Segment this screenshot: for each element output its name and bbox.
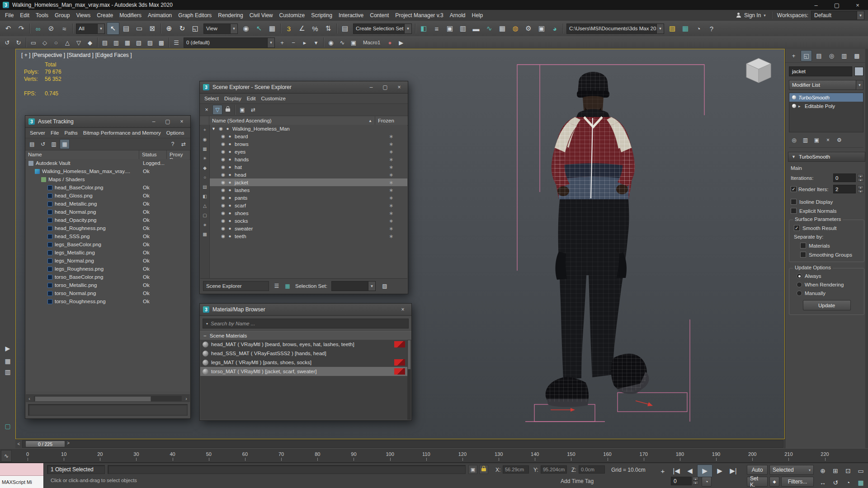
- menu-item-create[interactable]: Create: [94, 10, 116, 21]
- menu-item-graph-editors[interactable]: Graph Editors: [175, 10, 215, 21]
- modify-tab-icon[interactable]: ◱: [801, 50, 812, 61]
- pin-stack-icon[interactable]: ◎: [789, 135, 799, 145]
- render-iters-spinner[interactable]: ▴▾: [858, 185, 863, 193]
- explorer-name-field[interactable]: Scene Explorer: [203, 281, 269, 291]
- prev-frame-button[interactable]: ◀: [684, 465, 696, 477]
- window-crossing-icon[interactable]: ⊠: [146, 22, 159, 35]
- time-configuration-icon[interactable]: ◔: [702, 477, 712, 487]
- filter-groups-icon[interactable]: ◧: [201, 192, 209, 200]
- spacing-icon[interactable]: ▦: [122, 37, 133, 48]
- visibility-eye-icon[interactable]: ◉: [220, 172, 226, 177]
- column-proxy[interactable]: Proxy R: [167, 150, 190, 160]
- chevron-down-icon[interactable]: ▾: [764, 13, 766, 18]
- auto-key-button[interactable]: Auto: [747, 465, 768, 475]
- angle-snap-icon[interactable]: ∠: [296, 22, 308, 35]
- filter-helpers-icon[interactable]: ○: [201, 174, 209, 181]
- create-tab-icon[interactable]: +: [788, 50, 799, 61]
- asset-row[interactable]: Walking_Homeless_Man_max_vray....Ok: [26, 167, 190, 175]
- material-browser-titlebar[interactable]: 3 Material/Map Browser ×: [200, 304, 411, 316]
- remove-layer-icon[interactable]: −: [288, 37, 299, 48]
- create-layer-icon[interactable]: +: [277, 37, 288, 48]
- material-row[interactable]: head_MAT ( VRayMtl ) [beard, brows, eyes…: [200, 340, 407, 349]
- close-button[interactable]: ×: [394, 83, 405, 92]
- visibility-eye-icon[interactable]: ◉: [220, 141, 226, 146]
- minimize-button[interactable]: –: [366, 83, 377, 92]
- object-name-field[interactable]: jacket: [789, 66, 852, 76]
- expander-icon[interactable]: ▼: [212, 127, 217, 131]
- material-scrollbar[interactable]: [407, 340, 411, 420]
- at-refresh-icon[interactable]: ↺: [38, 139, 48, 149]
- explicit-normals-checkbox[interactable]: [791, 208, 797, 214]
- filter-geometry-icon[interactable]: ◉: [201, 136, 209, 143]
- minimize-button[interactable]: –: [148, 117, 159, 126]
- workspaces-dropdown[interactable]: Default ▾: [811, 11, 864, 20]
- previous-frame-arrow[interactable]: <: [15, 441, 22, 446]
- asset-row[interactable]: torso_Metallic.pngOk: [26, 281, 190, 289]
- select-manipulate-icon[interactable]: ↖: [253, 22, 265, 35]
- keyboard-override-icon[interactable]: ▦: [266, 22, 278, 35]
- select-children-icon[interactable]: ▣: [237, 105, 247, 115]
- curve-tool-icon[interactable]: ∿: [337, 37, 348, 48]
- frozen-snowflake-icon[interactable]: ∗: [375, 225, 407, 232]
- pan-icon[interactable]: ↔: [816, 477, 829, 488]
- name-column-header[interactable]: Name (Sorted Ascending) ▲: [209, 116, 375, 125]
- vertex-mode-icon[interactable]: △: [62, 37, 73, 48]
- toggle-layer-explorer-icon[interactable]: ▥: [457, 22, 469, 35]
- asset-row[interactable]: head_Metallic.pngOk: [26, 200, 190, 208]
- modifier-stack-item-editable-poly[interactable]: ▸Editable Poly: [789, 102, 863, 110]
- clear-filter-icon[interactable]: ×: [202, 105, 212, 115]
- visibility-eye-icon[interactable]: ◉: [220, 164, 226, 169]
- scene-object-row-teeth[interactable]: ◉●teeth∗: [210, 232, 407, 240]
- modifier-stack-item-turbosmooth[interactable]: TurboSmooth: [789, 93, 863, 102]
- column-status[interactable]: Status: [139, 150, 167, 160]
- render-iters-checkbox[interactable]: ✓: [791, 186, 797, 192]
- close-button[interactable]: ×: [176, 117, 187, 126]
- visibility-eye-icon[interactable]: ◉: [220, 234, 226, 239]
- visibility-eye-icon[interactable]: ◉: [220, 195, 226, 200]
- selection-region-icon[interactable]: ▭: [28, 37, 39, 48]
- menu-item-civil-view[interactable]: Civil View: [246, 10, 276, 21]
- frozen-snowflake-icon[interactable]: ∗: [375, 141, 407, 147]
- menu-item-scripting[interactable]: Scripting: [308, 10, 335, 21]
- edge-mode-icon[interactable]: ▽: [73, 37, 84, 48]
- key-filters-icon[interactable]: ◆: [769, 477, 779, 487]
- frame-spinner[interactable]: ▴▾: [693, 477, 698, 484]
- clone-align-icon[interactable]: ▧: [133, 37, 144, 48]
- key-filters-button[interactable]: Filters...: [781, 477, 814, 487]
- asset-tracking-titlebar[interactable]: 3 Asset Tracking – ▢ ×: [25, 116, 190, 128]
- maximize-button[interactable]: ▢: [162, 117, 173, 126]
- scroll-right-icon[interactable]: ›: [183, 396, 190, 401]
- asset-row[interactable]: torso_BaseColor.pngOk: [26, 273, 190, 281]
- scene-object-row-pants[interactable]: ◉●pants∗: [210, 194, 407, 202]
- filter-shapes-icon[interactable]: ▦: [201, 145, 209, 153]
- asset-row[interactable]: Autodesk VaultLogged...: [26, 159, 190, 167]
- scene-object-row-sweater[interactable]: ◉●sweater∗: [210, 225, 407, 232]
- character-model[interactable]: [500, 58, 712, 442]
- materials-checkbox[interactable]: [800, 243, 806, 249]
- x-coordinate-field[interactable]: 56.29cm: [503, 465, 529, 474]
- percent-snap-icon[interactable]: %: [309, 22, 321, 35]
- maxscript-mini-listener[interactable]: MAXScript Mi: [0, 463, 44, 488]
- expander-icon[interactable]: ▸: [798, 104, 802, 108]
- menu-item-views[interactable]: Views: [73, 10, 94, 21]
- frozen-snowflake-icon[interactable]: ∗: [375, 179, 407, 186]
- reference-coordinate-dropdown[interactable]: View▾: [203, 23, 238, 34]
- sign-in-button[interactable]: Sign In: [744, 12, 761, 19]
- mirror-icon[interactable]: ◧: [417, 22, 430, 35]
- scene-object-row-hands[interactable]: ◉●hands∗: [210, 155, 407, 163]
- explorer-list-icon[interactable]: ☰: [272, 281, 282, 291]
- select-layer-icon[interactable]: ▸: [299, 37, 310, 48]
- scene-object-row-shoes[interactable]: ◉●shoes∗: [210, 209, 407, 217]
- always-radio[interactable]: [797, 273, 802, 279]
- asset-library-icon[interactable]: ▦: [679, 22, 692, 35]
- redo-icon[interactable]: ↷: [15, 22, 28, 35]
- asset-row[interactable]: torso_Roughness.pngOk: [26, 297, 190, 305]
- scene-materials-section[interactable]: − Scene Materials: [200, 331, 411, 340]
- frozen-snowflake-icon[interactable]: ∗: [375, 133, 407, 140]
- element-mode-icon[interactable]: ◆: [85, 37, 95, 48]
- maximize-viewport-icon[interactable]: ▦: [854, 477, 867, 488]
- selection-lock-toggle[interactable]: [479, 465, 488, 474]
- at-sync-icon[interactable]: ⇄: [179, 139, 189, 149]
- hierarchy-tab-icon[interactable]: ▤: [813, 50, 825, 61]
- menu-item-modifiers[interactable]: Modifiers: [116, 10, 145, 21]
